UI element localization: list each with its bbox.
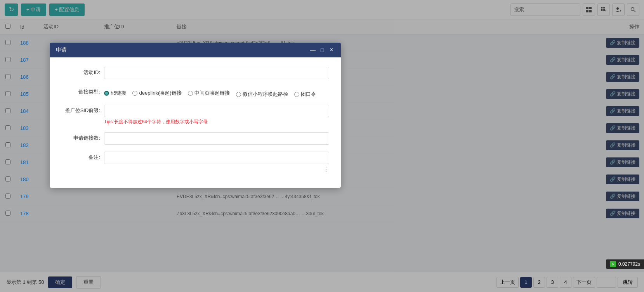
- radio-teamcode-input[interactable]: [294, 92, 299, 97]
- remark-content: ⋮: [104, 152, 329, 173]
- resize-handle[interactable]: ⋮: [104, 164, 329, 173]
- radio-deeplink-label: deeplink(唤起)链接: [139, 90, 181, 97]
- link-type-content: h5链接 deeplink(唤起)链接 中间页唤起链接 微信小程序唤起路径: [104, 86, 329, 98]
- pid-label: 推广位SID前缀:: [61, 105, 100, 114]
- modal-close-button[interactable]: ×: [328, 47, 335, 53]
- radio-miniprogram-input[interactable]: [236, 92, 241, 97]
- modal-minimize-button[interactable]: —: [310, 47, 316, 53]
- radio-h5[interactable]: h5链接: [104, 88, 126, 98]
- radio-deeplink[interactable]: deeplink(唤起)链接: [132, 88, 181, 98]
- activity-id-input[interactable]: [104, 67, 329, 79]
- pid-row: 推广位SID前缀: Tips:长度不得超过64个字符，使用数字或小写字母: [61, 105, 329, 125]
- radio-miniprogram-label: 微信小程序唤起路径: [243, 91, 288, 98]
- radio-miniprogram[interactable]: 微信小程序唤起路径: [236, 91, 288, 98]
- modal-body: 活动ID: 链接类型: h5链接 deeplink(唤起)链接: [50, 57, 341, 188]
- radio-intermediate-input[interactable]: [188, 91, 193, 96]
- activity-id-label: 活动ID:: [61, 67, 100, 76]
- radio-intermediate-label: 中间页唤起链接: [194, 90, 230, 97]
- radio-intermediate[interactable]: 中间页唤起链接: [188, 88, 230, 98]
- lightning-icon: [611, 262, 615, 266]
- link-type-label: 链接类型:: [61, 86, 100, 95]
- radio-h5-input[interactable]: [104, 91, 109, 96]
- perf-time: 0.027792s: [618, 261, 640, 267]
- remark-row: 备注: ⋮: [61, 152, 329, 173]
- activity-id-content: [104, 67, 329, 79]
- link-type-row: 链接类型: h5链接 deeplink(唤起)链接 中间页唤起链接: [61, 86, 329, 98]
- modal-header: 申请 — □ ×: [50, 43, 341, 57]
- apply-modal: 申请 — □ × 活动ID: 链接类型: h5链接: [50, 43, 341, 188]
- pid-input[interactable]: [104, 105, 329, 117]
- count-row: 申请链接数:: [61, 132, 329, 145]
- radio-h5-label: h5链接: [111, 90, 126, 97]
- pid-content: Tips:长度不得超过64个字符，使用数字或小写字母: [104, 105, 329, 125]
- activity-id-row: 活动ID:: [61, 67, 329, 79]
- perf-icon: [610, 261, 616, 267]
- modal-maximize-button[interactable]: □: [319, 47, 325, 53]
- count-input[interactable]: [104, 132, 329, 145]
- modal-controls: — □ ×: [310, 47, 335, 53]
- radio-deeplink-input[interactable]: [132, 91, 137, 96]
- pid-tip: Tips:长度不得超过64个字符，使用数字或小写字母: [104, 119, 329, 125]
- remark-label: 备注:: [61, 152, 100, 161]
- count-label: 申请链接数:: [61, 132, 100, 142]
- radio-teamcode[interactable]: 团口令: [294, 91, 316, 98]
- perf-badge: 0.027792s: [606, 259, 644, 269]
- radio-teamcode-label: 团口令: [301, 91, 316, 98]
- count-content: [104, 132, 329, 145]
- radio-group: h5链接 deeplink(唤起)链接 中间页唤起链接 微信小程序唤起路径: [104, 86, 329, 98]
- remark-input[interactable]: [104, 152, 329, 164]
- modal-title: 申请: [56, 47, 67, 54]
- svg-marker-18: [612, 262, 614, 266]
